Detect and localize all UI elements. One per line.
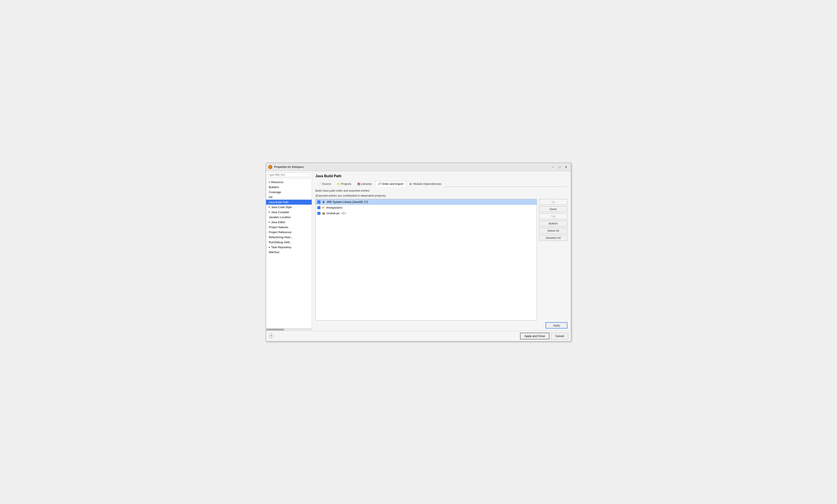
dialog-body: Resource Builders Coverage Git Java Buil… bbox=[266, 171, 571, 331]
minimize-button[interactable]: − bbox=[550, 164, 556, 170]
sidebar-filter-area bbox=[266, 171, 312, 179]
jar-icon: 📦 bbox=[322, 212, 325, 215]
tab-bar: 📄 Source 📁 Projects 📚 Libraries 🔗 Order … bbox=[315, 181, 567, 187]
properties-dialog: Properties for thisisjava − □ ✕ Resource… bbox=[266, 163, 571, 341]
tab-module-dependencies[interactable]: ⚙ Module Dependencies bbox=[407, 181, 444, 187]
footer-buttons: Apply and Close Cancel bbox=[520, 333, 568, 339]
order-icon: 🔗 bbox=[378, 182, 381, 185]
sidebar-label-refactoring-history: Refactoring Histo... bbox=[269, 236, 293, 239]
title-bar: Properties for thisisjava − □ ✕ bbox=[266, 163, 571, 171]
filter-input[interactable] bbox=[268, 172, 310, 177]
sidebar-label-task-repository: Task Repository bbox=[271, 246, 291, 249]
jre-icon: 🖥 bbox=[322, 200, 325, 204]
sidebar-label-project-natures: Project Natures bbox=[269, 226, 288, 229]
sidebar-list: Resource Builders Coverage Git Java Buil… bbox=[266, 179, 312, 328]
sidebar-label-git: Git bbox=[269, 195, 272, 199]
src-icon: 📂 bbox=[322, 206, 325, 209]
module-icon: ⚙ bbox=[409, 183, 412, 186]
build-path-area: 🖥 JRE System Library [JavaSE-17] 📂 thisi… bbox=[315, 199, 567, 320]
sidebar-label-coverage: Coverage bbox=[269, 190, 281, 194]
tab-libraries[interactable]: 📚 Libraries bbox=[354, 181, 375, 187]
sidebar-scrollbar[interactable] bbox=[266, 328, 312, 331]
table-row[interactable]: 🖥 JRE System Library [JavaSE-17] bbox=[316, 199, 537, 205]
sidebar-item-java-code-style[interactable]: Java Code Style bbox=[266, 205, 312, 210]
sidebar-item-javadoc-location[interactable]: Javadoc Location bbox=[266, 214, 312, 220]
top-button[interactable]: Top bbox=[539, 213, 567, 219]
sidebar: Resource Builders Coverage Git Java Buil… bbox=[266, 171, 312, 331]
maximize-button[interactable]: □ bbox=[557, 164, 562, 170]
sidebar-label-run-debug: Run/Debug Setti... bbox=[269, 241, 292, 244]
src-item-label: thisisjava/src bbox=[326, 206, 343, 209]
lombok-item-label: lombok.jar - C:\ bbox=[326, 212, 346, 215]
sidebar-item-resource[interactable]: Resource bbox=[266, 180, 312, 185]
source-icon: 📄 bbox=[318, 183, 321, 186]
sidebar-item-git[interactable]: Git bbox=[266, 194, 312, 200]
select-all-button[interactable]: Select All bbox=[539, 228, 567, 234]
sidebar-label-wikitext: WikiText bbox=[269, 250, 279, 254]
tab-module-deps-label: Module Dependencies bbox=[413, 182, 441, 186]
title-bar-left: Properties for thisisjava bbox=[268, 165, 303, 169]
up-button[interactable]: Up bbox=[539, 199, 567, 205]
down-button[interactable]: Down bbox=[539, 206, 567, 212]
description-line2: (Exported entries are contributed to dep… bbox=[315, 194, 567, 197]
jre-checkbox[interactable] bbox=[317, 201, 320, 204]
description-line1: Build class path order and exported entr… bbox=[315, 189, 567, 192]
eclipse-icon bbox=[268, 165, 272, 169]
bottom-button[interactable]: Bottom bbox=[539, 221, 567, 226]
sidebar-item-run-debug[interactable]: Run/Debug Setti... bbox=[266, 240, 312, 245]
sidebar-item-task-repository[interactable]: Task Repository bbox=[266, 245, 312, 250]
src-checkbox[interactable] bbox=[317, 206, 320, 209]
table-row[interactable]: 📂 thisisjava/src bbox=[316, 205, 537, 210]
libraries-icon: 📚 bbox=[357, 183, 360, 186]
deselect-all-button[interactable]: Deselect All bbox=[539, 235, 567, 241]
sidebar-label-builders: Builders bbox=[269, 186, 279, 189]
apply-button[interactable]: Apply bbox=[546, 322, 567, 329]
sidebar-item-builders[interactable]: Builders bbox=[266, 185, 312, 190]
sidebar-item-wikitext[interactable]: WikiText bbox=[266, 250, 312, 255]
sidebar-item-refactoring-history[interactable]: Refactoring Histo... bbox=[266, 235, 312, 240]
dialog-title: Properties for thisisjava bbox=[274, 165, 303, 168]
sidebar-label-resource: Resource bbox=[271, 181, 283, 184]
tab-projects-label: Projects bbox=[341, 182, 351, 186]
tab-source-label: Source bbox=[322, 182, 331, 186]
cancel-button[interactable]: Cancel bbox=[551, 333, 568, 339]
sidebar-label-java-editor: Java Editor bbox=[271, 221, 285, 224]
sidebar-label-java-code-style: Java Code Style bbox=[271, 206, 292, 209]
lombok-checkbox[interactable] bbox=[317, 212, 320, 215]
apply-and-close-button[interactable]: Apply and Close bbox=[520, 333, 550, 339]
projects-icon: 📁 bbox=[337, 183, 340, 186]
sidebar-item-project-natures[interactable]: Project Natures bbox=[266, 225, 312, 230]
help-button[interactable]: ? bbox=[269, 334, 273, 338]
tab-order-export[interactable]: 🔗 Order and Export bbox=[375, 181, 406, 187]
sidebar-item-java-compiler[interactable]: Java Compiler bbox=[266, 210, 312, 214]
sidebar-item-java-editor[interactable]: Java Editor bbox=[266, 220, 312, 225]
table-row[interactable]: 📦 lombok.jar - C:\ bbox=[316, 210, 537, 216]
page-title: Java Build Path bbox=[315, 174, 567, 178]
title-bar-buttons: − □ ✕ bbox=[550, 164, 569, 170]
sidebar-item-java-build-path[interactable]: Java Build Path bbox=[266, 200, 312, 205]
sidebar-label-javadoc-location: Javadoc Location bbox=[269, 216, 291, 219]
jre-item-label: JRE System Library [JavaSE-17] bbox=[326, 200, 368, 204]
tab-projects[interactable]: 📁 Projects bbox=[334, 181, 354, 187]
tab-libraries-label: Libraries bbox=[361, 182, 372, 186]
sidebar-item-coverage[interactable]: Coverage bbox=[266, 190, 312, 194]
bottom-bar: ? Apply and Close Cancel bbox=[266, 331, 571, 341]
sidebar-label-project-reference: Project Reference bbox=[269, 230, 291, 234]
tab-source[interactable]: 📄 Source bbox=[315, 181, 334, 187]
right-buttons: Up Down Top Bottom Select All Deselect A… bbox=[539, 199, 567, 320]
build-path-list: 🖥 JRE System Library [JavaSE-17] 📂 thisi… bbox=[315, 199, 537, 320]
main-content: Java Build Path 📄 Source 📁 Projects 📚 Li… bbox=[312, 171, 571, 331]
sidebar-label-java-compiler: Java Compiler bbox=[271, 210, 289, 214]
sidebar-item-project-reference[interactable]: Project Reference bbox=[266, 230, 312, 235]
sidebar-scrollbar-thumb bbox=[267, 329, 284, 331]
tab-order-export-label: Order and Export bbox=[382, 182, 404, 186]
sidebar-label-java-build-path: Java Build Path bbox=[269, 201, 288, 204]
apply-row: Apply bbox=[315, 322, 567, 329]
close-button[interactable]: ✕ bbox=[564, 164, 569, 170]
